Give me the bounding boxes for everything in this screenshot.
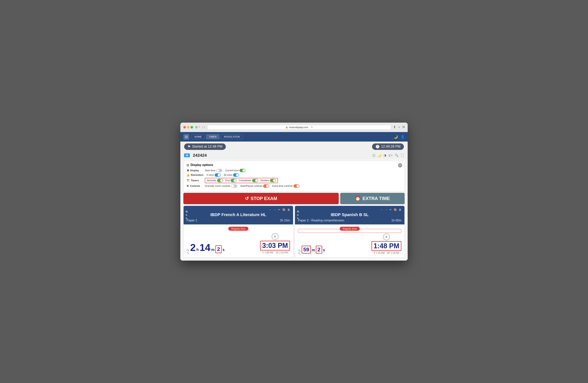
granular-toggle[interactable]: Granular zoom controls [205, 184, 237, 188]
exam-1-hours: 2 [190, 242, 196, 253]
palette-icon-2[interactable]: 🎨 [394, 208, 397, 211]
next-icon-2[interactable]: → [385, 208, 388, 211]
pause-button-2[interactable]: ⏸ [383, 233, 390, 240]
exam-1-mins-unit: m [211, 248, 215, 252]
5mins-switch[interactable] [215, 173, 221, 177]
display-icon-small: 🖥 [187, 169, 189, 172]
palette-icon[interactable]: 🎨 [282, 208, 285, 211]
display-icon[interactable]: ⊡ [372, 153, 375, 157]
card-2-nav: ← → ✏ 🎨 🗑 [298, 208, 401, 211]
timers-label: ⏰ Timers [187, 179, 202, 182]
sidebar-toggle-icon[interactable]: ⊞ ▾ [195, 126, 200, 129]
5mins-toggle[interactable]: 5 mins [207, 173, 221, 177]
delete-icon-2[interactable]: 🗑 [399, 208, 401, 211]
home-nav-button[interactable]: HOME [191, 134, 205, 139]
granular-switch[interactable] [231, 184, 237, 188]
reload-icon[interactable]: ↻ [311, 126, 313, 129]
traffic-lights [183, 126, 193, 129]
zoom-out-icon[interactable]: 🔍 [186, 214, 189, 217]
extra-time-button[interactable]: ⏰ EXTRA TIME [340, 193, 405, 204]
prev-icon-2[interactable]: ← [380, 208, 383, 211]
exam-1-seconds-unit: s [222, 248, 225, 252]
exam-1-paper: Paper 1 [187, 219, 197, 222]
contrast-icon[interactable]: ◑ [384, 153, 386, 157]
zoom-control-2: 🔍 🔍 [298, 249, 301, 254]
zoom-xs-icon[interactable]: 🔍 [187, 252, 189, 254]
edit-icon[interactable]: ✏ [278, 208, 280, 211]
status-bar: ⚑ Started at 12:48 PM 🕐 12:49:28 PM [180, 142, 408, 152]
exam-1-mins: 14 [199, 242, 210, 253]
current-time-toggle[interactable]: Current time [225, 169, 246, 172]
close-button[interactable] [183, 126, 186, 129]
exam-2-reminders: 5' 1:43 PM 30' 1:18 PM [374, 252, 399, 254]
pause-button-1[interactable]: ⏸ [272, 233, 278, 240]
share-icon[interactable]: ⬆ [393, 125, 396, 129]
zoom-in-icon-2[interactable]: 🔍 [297, 211, 300, 213]
exam-card-2: ← → ✏ 🎨 🗑 🔍 🔍 🔍 IBDP Spanish B SL [295, 206, 405, 258]
dividers-switch[interactable] [270, 179, 276, 182]
delete-icon[interactable]: 🗑 [287, 208, 290, 211]
dividers-toggle[interactable]: Dividers [260, 179, 276, 182]
app-logo: ⊟ [183, 134, 189, 140]
invigilation-nav-button[interactable]: INVIGILATION [221, 134, 243, 139]
zoom-xs-icon-2[interactable]: 🔍 [298, 252, 301, 254]
edit-icon-2[interactable]: ✏ [389, 208, 392, 211]
zoom-sm-icon[interactable]: 🔍 [187, 249, 189, 251]
exam-1-seconds: 2 [215, 245, 222, 253]
exam-1-title: IBDP French A Literature HL [187, 212, 290, 217]
minimize-button[interactable] [187, 126, 189, 129]
user-icon[interactable]: 👤 [400, 135, 405, 139]
extratime-toggle[interactable]: Extra time controls [272, 184, 299, 188]
fullscreen-icon[interactable]: ⛶ [401, 154, 404, 157]
zoom-in-icon[interactable]: 🔍 [395, 153, 399, 157]
seconds-switch[interactable] [217, 179, 223, 182]
display-row: 🖥 Display Start time Current time [187, 169, 401, 172]
reminders-row: 🔔 Reminders 5 mins 30 mins [187, 173, 401, 177]
countdown-toggle[interactable]: Countdown [239, 179, 258, 182]
fullscreen-button[interactable] [190, 126, 193, 129]
new-tab-icon[interactable]: ＋ [398, 125, 401, 129]
extra-time-icon: ⏰ [355, 196, 361, 201]
start-time-switch[interactable] [216, 169, 222, 172]
exam-1-reminder-5: 5' 2:58 PM [262, 251, 273, 254]
30mins-switch[interactable] [233, 173, 239, 177]
end-switch[interactable] [231, 179, 237, 182]
exam-2-title: IBDP Spanish B SL [298, 212, 401, 217]
startpause-switch[interactable] [263, 184, 269, 188]
main-area: ↺ STOP EXAM ⏰ EXTRA TIME ← → ✏ [180, 193, 408, 261]
current-time-switch[interactable] [239, 169, 246, 172]
zoom-in-icon[interactable]: 🔍 [186, 211, 189, 213]
timer-nav-button[interactable]: TIMER [206, 134, 219, 139]
windows-icon[interactable]: ⧉ [402, 125, 405, 129]
exam-1-current-time: 3:03 PM [260, 241, 290, 250]
moon-icon[interactable]: 🌙 [378, 153, 381, 157]
forward-arrow-icon[interactable]: › [204, 125, 205, 129]
end-toggle[interactable]: End [225, 179, 237, 182]
exam-1-hours-unit: h [196, 248, 199, 252]
start-time-toggle[interactable]: Start time [205, 169, 222, 172]
sliders-icon: ⚙ [187, 185, 189, 187]
stop-exam-button[interactable]: ↺ STOP EXAM [183, 193, 339, 204]
reminders-label: 🔔 Reminders [187, 173, 203, 176]
zoom-sm-icon-2[interactable]: 🔍 [298, 249, 301, 252]
dark-mode-icon[interactable]: 🌙 [394, 135, 398, 139]
card-1-nav: ← → ✏ 🎨 🗑 [187, 208, 290, 211]
zoom-out-icon-2[interactable]: 🔍 [297, 214, 300, 217]
url-bar[interactable]: 🔒 examdisplay.com ↻ [207, 125, 391, 130]
exam-2-paper: Paper 2 - Reading comprehension [298, 219, 344, 222]
prev-icon[interactable]: ← [269, 208, 272, 211]
countdown-switch[interactable] [252, 179, 258, 182]
timers-row: ⏰ Timers Seconds End Countdown [187, 178, 401, 183]
seconds-toggle[interactable]: Seconds [207, 179, 223, 182]
30mins-toggle[interactable]: 30 mins [224, 173, 239, 177]
nav-arrows: ‹ › [202, 125, 205, 129]
next-icon[interactable]: → [273, 208, 276, 211]
bell-icon: 🔔 [187, 173, 190, 176]
monitor-icon: ⊟ [187, 163, 189, 167]
back-arrow-icon[interactable]: ‹ [202, 125, 203, 129]
extratime-switch[interactable] [294, 184, 299, 188]
close-panel-button[interactable]: ✕ [398, 163, 402, 168]
ib-badge: IB [184, 153, 190, 157]
timers-highlight-group: Seconds End Countdown Dividers [205, 178, 278, 183]
startpause-toggle[interactable]: Start/Pause controls [240, 184, 269, 188]
